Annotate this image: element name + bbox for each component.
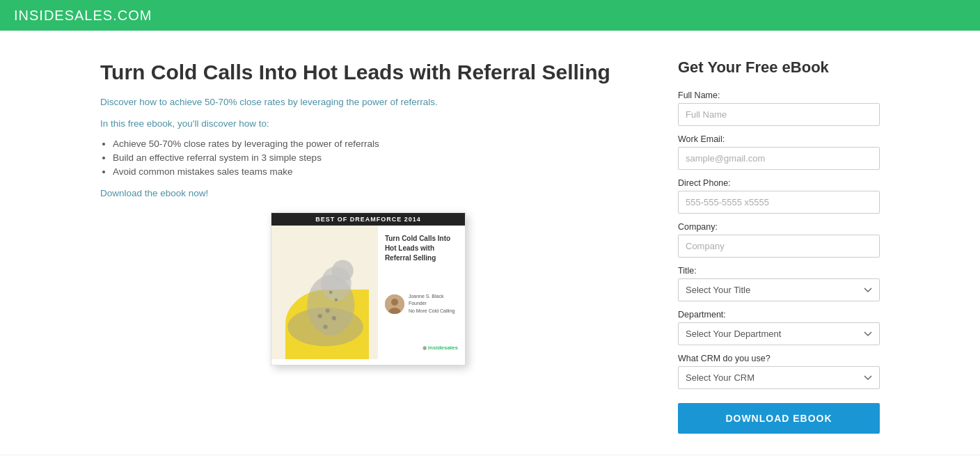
direct-phone-group: Direct Phone: bbox=[678, 178, 880, 214]
crm-select[interactable]: Select Your CRM Salesforce Microsoft Dyn… bbox=[678, 366, 880, 389]
book-container: BEST OF DREAMFORCE 2014 bbox=[100, 212, 636, 365]
title-label: Title: bbox=[678, 266, 880, 276]
department-group: Department: Select Your Department Sales… bbox=[678, 310, 880, 345]
book-image: BEST OF DREAMFORCE 2014 bbox=[271, 212, 466, 365]
full-name-group: Full Name: bbox=[678, 90, 880, 126]
direct-phone-input[interactable] bbox=[678, 191, 880, 214]
svg-point-7 bbox=[323, 324, 327, 329]
list-item: Avoid common mistakes sales teams make bbox=[113, 166, 636, 177]
left-panel: Turn Cold Calls Into Hot Leads with Refe… bbox=[100, 58, 636, 434]
site-logo[interactable]: INSIDESALES.COM bbox=[14, 8, 152, 24]
form-panel: Get Your Free eBook Full Name: Work Emai… bbox=[678, 58, 880, 434]
full-name-label: Full Name: bbox=[678, 90, 880, 100]
book-title-text: Turn Cold Calls Into Hot Leads with Refe… bbox=[385, 234, 458, 263]
svg-point-5 bbox=[326, 308, 330, 313]
publisher-logo: ◉ insidesales bbox=[385, 345, 458, 351]
crm-group: What CRM do you use? Select Your CRM Sal… bbox=[678, 354, 880, 389]
crm-label: What CRM do you use? bbox=[678, 354, 880, 363]
logo-light: .COM bbox=[113, 8, 152, 23]
work-email-input[interactable] bbox=[678, 147, 880, 170]
department-select[interactable]: Select Your Department Sales Marketing I… bbox=[678, 322, 880, 345]
download-ebook-button[interactable]: DOWNLOAD EBOOK bbox=[678, 403, 880, 434]
logo-bold: INSIDESALES bbox=[14, 8, 113, 23]
download-link[interactable]: Download the ebook now! bbox=[100, 188, 636, 198]
book-left-visual bbox=[271, 226, 378, 359]
list-item: Achieve 50-70% close rates by leveraging… bbox=[113, 139, 636, 149]
title-select[interactable]: Select Your Title C-Level VP Director Ma… bbox=[678, 278, 880, 301]
svg-point-11 bbox=[391, 299, 398, 306]
author-title: Founder bbox=[409, 300, 455, 308]
author-info: Joanne S. Black Founder No More Cold Cal… bbox=[409, 293, 455, 315]
main-heading: Turn Cold Calls Into Hot Leads with Refe… bbox=[100, 58, 636, 86]
company-label: Company: bbox=[678, 222, 880, 232]
svg-point-4 bbox=[318, 314, 322, 318]
author-photo bbox=[385, 294, 404, 314]
book-author-section: Joanne S. Black Founder No More Cold Cal… bbox=[385, 293, 458, 315]
form-heading: Get Your Free eBook bbox=[678, 58, 880, 77]
svg-point-9 bbox=[329, 291, 333, 294]
direct-phone-label: Direct Phone: bbox=[678, 178, 880, 188]
full-name-input[interactable] bbox=[678, 103, 880, 126]
author-avatar-icon bbox=[385, 294, 404, 314]
list-item: Build an effective referral system in 3 … bbox=[113, 152, 636, 163]
company-input[interactable] bbox=[678, 235, 880, 258]
subtitle-text: Discover how to achieve 50-70% close rat… bbox=[100, 97, 636, 107]
svg-point-8 bbox=[335, 298, 338, 301]
work-email-group: Work Email: bbox=[678, 134, 880, 170]
work-email-label: Work Email: bbox=[678, 134, 880, 144]
intro-text: In this free ebook, you'll discover how … bbox=[100, 118, 636, 129]
svg-point-6 bbox=[332, 316, 336, 320]
book-top-bar: BEST OF DREAMFORCE 2014 bbox=[271, 213, 465, 226]
company-group: Company: bbox=[678, 222, 880, 258]
title-group: Title: Select Your Title C-Level VP Dire… bbox=[678, 266, 880, 301]
author-name: Joanne S. Black bbox=[409, 293, 455, 301]
book-right-text: Turn Cold Calls Into Hot Leads with Refe… bbox=[378, 226, 465, 359]
header: INSIDESALES.COM bbox=[0, 0, 980, 31]
book-body: Turn Cold Calls Into Hot Leads with Refe… bbox=[271, 226, 465, 359]
footer-logos: TriBridge GROUPON LendingTree ADP LogMeI… bbox=[0, 455, 980, 465]
department-label: Department: bbox=[678, 310, 880, 320]
svg-point-3 bbox=[332, 260, 354, 281]
cheetah-icon bbox=[271, 251, 378, 359]
bullet-list: Achieve 50-70% close rates by leveraging… bbox=[113, 139, 636, 177]
main-content: Turn Cold Calls Into Hot Leads with Refe… bbox=[72, 31, 908, 455]
author-company: No More Cold Calling bbox=[409, 308, 455, 315]
